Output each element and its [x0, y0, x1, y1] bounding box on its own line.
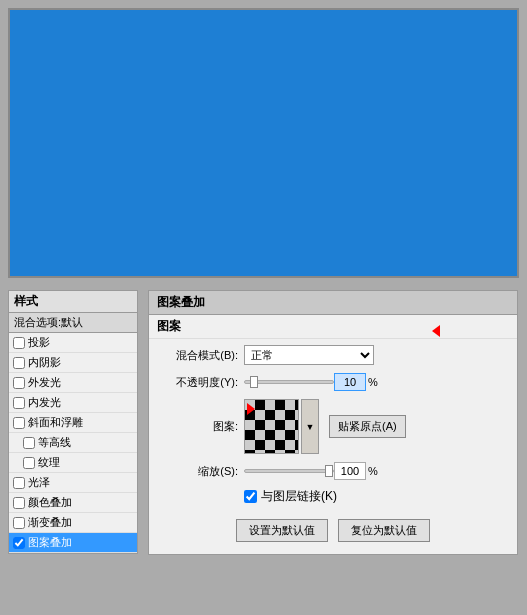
inner-shadow-checkbox[interactable]: [13, 357, 25, 369]
scale-label: 缩放(S):: [159, 464, 244, 479]
blend-mode-row: 混合模式(B): 正常: [159, 345, 507, 365]
contour-checkbox[interactable]: [23, 437, 35, 449]
drop-shadow-checkbox[interactable]: [13, 337, 25, 349]
opacity-slider-track[interactable]: [244, 380, 334, 384]
opacity-row: 不透明度(Y): %: [159, 373, 507, 391]
inner-glow-checkbox[interactable]: [13, 397, 25, 409]
style-item-color-overlay[interactable]: 颜色叠加: [9, 493, 137, 513]
canvas-area: [8, 8, 519, 278]
pattern-overlay-checkbox[interactable]: [13, 537, 25, 549]
scale-input[interactable]: [334, 462, 366, 480]
panel-body: 混合模式(B): 正常 不透明度(Y): % 图案: ▼ 贴紧原点(A) 缩放(…: [149, 339, 517, 554]
set-default-button[interactable]: 设置为默认值: [236, 519, 328, 542]
scale-row: 缩放(S): %: [159, 462, 507, 480]
style-item-outer-glow[interactable]: 外发光: [9, 373, 137, 393]
scale-percent: %: [368, 465, 378, 477]
style-item-drop-shadow[interactable]: 投影: [9, 333, 137, 353]
sub-title: 图案: [149, 315, 517, 339]
link-row: 与图层链接(K): [159, 488, 507, 505]
reset-default-button[interactable]: 复位为默认值: [338, 519, 430, 542]
pattern-dropdown-button[interactable]: ▼: [301, 399, 319, 454]
color-overlay-checkbox[interactable]: [13, 497, 25, 509]
link-to-layer-checkbox[interactable]: [244, 490, 257, 503]
blend-mode-label: 混合模式(B):: [159, 348, 244, 363]
style-item-gradient-overlay[interactable]: 渐变叠加: [9, 513, 137, 533]
red-arrow-pattern: [247, 403, 255, 418]
link-to-layer-label: 与图层链接(K): [261, 488, 337, 505]
satin-checkbox[interactable]: [13, 477, 25, 489]
texture-checkbox[interactable]: [23, 457, 35, 469]
styles-panel: 样式 混合选项:默认 投影 内阴影 外发光 内发光 斜面和浮雕 等高线 纹理 光…: [8, 290, 138, 554]
style-item-contour[interactable]: 等高线: [9, 433, 137, 453]
outer-glow-checkbox[interactable]: [13, 377, 25, 389]
opacity-label: 不透明度(Y):: [159, 375, 244, 390]
gradient-overlay-checkbox[interactable]: [13, 517, 25, 529]
blend-mode-select[interactable]: 正常: [244, 345, 374, 365]
opacity-slider-thumb[interactable]: [250, 376, 258, 388]
style-item-pattern-overlay[interactable]: 图案叠加: [9, 533, 137, 553]
snap-to-origin-button[interactable]: 贴紧原点(A): [329, 415, 406, 438]
style-item-bevel-emboss[interactable]: 斜面和浮雕: [9, 413, 137, 433]
blend-mode-default[interactable]: 混合选项:默认: [9, 313, 137, 333]
pattern-label: 图案:: [159, 419, 244, 434]
pattern-overlay-panel: 图案叠加 图案 混合模式(B): 正常 不透明度(Y): % 图案: ▼ 贴紧原…: [148, 290, 518, 555]
panel-title: 图案叠加: [149, 291, 517, 315]
style-item-inner-shadow[interactable]: 内阴影: [9, 353, 137, 373]
scale-slider-thumb[interactable]: [325, 465, 333, 477]
scale-slider-track[interactable]: [244, 469, 334, 473]
style-item-inner-glow[interactable]: 内发光: [9, 393, 137, 413]
styles-panel-title: 样式: [9, 291, 137, 313]
pattern-row: 图案: ▼ 贴紧原点(A): [159, 399, 507, 454]
red-arrow-blend-mode: [432, 325, 440, 340]
bevel-emboss-checkbox[interactable]: [13, 417, 25, 429]
style-item-satin[interactable]: 光泽: [9, 473, 137, 493]
opacity-input[interactable]: [334, 373, 366, 391]
opacity-percent: %: [368, 376, 378, 388]
button-row: 设置为默认值 复位为默认值: [159, 515, 507, 548]
style-item-texture[interactable]: 纹理: [9, 453, 137, 473]
